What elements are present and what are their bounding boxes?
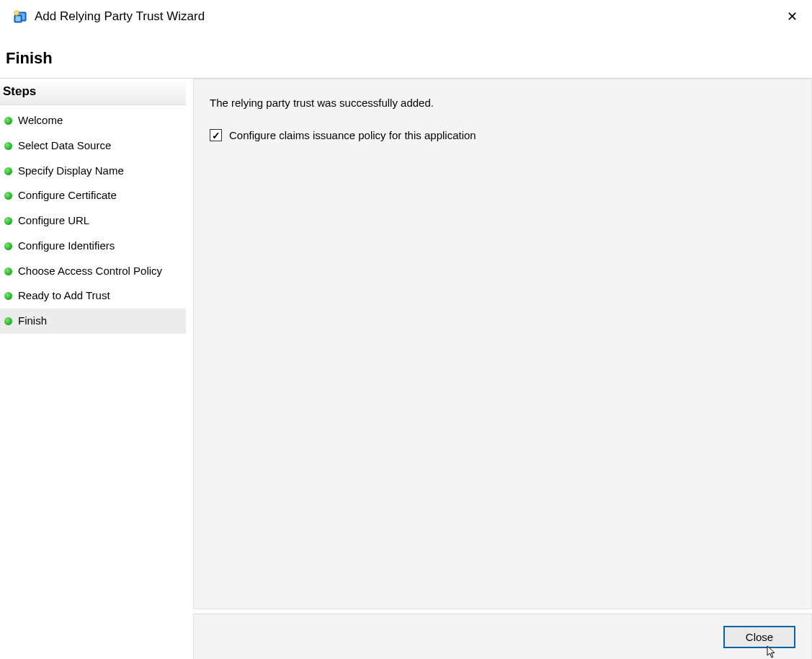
step-label: Select Data Source (18, 139, 111, 153)
configure-claims-checkbox[interactable]: ✓ Configure claims issuance policy for t… (210, 129, 795, 141)
relying-party-wizard-icon (13, 9, 27, 24)
step-configure-certificate[interactable]: Configure Certificate (0, 183, 186, 208)
wizard-window: Add Relying Party Trust Wizard ✕ Finish … (0, 0, 812, 659)
main-area: The relying party trust was successfully… (186, 79, 812, 659)
step-bullet-icon (4, 192, 12, 200)
window-title: Add Relying Party Trust Wizard (35, 9, 205, 24)
step-bullet-icon (4, 217, 12, 225)
button-bar: Close (193, 614, 812, 659)
steps-header: Steps (0, 79, 186, 105)
content-row: Steps Welcome Select Data Source Specify… (0, 79, 812, 659)
step-label: Ready to Add Trust (18, 289, 110, 303)
step-choose-access-control-policy[interactable]: Choose Access Control Policy (0, 259, 186, 284)
step-select-data-source[interactable]: Select Data Source (0, 133, 186, 159)
success-message: The relying party trust was successfully… (210, 97, 795, 109)
step-welcome[interactable]: Welcome (0, 108, 186, 133)
titlebar: Add Relying Party Trust Wizard ✕ (0, 0, 812, 29)
steps-list: Welcome Select Data Source Specify Displ… (0, 105, 186, 334)
step-label: Specify Display Name (18, 164, 124, 178)
step-label: Configure Identifiers (18, 239, 115, 253)
svg-rect-3 (16, 17, 21, 22)
step-bullet-icon (4, 167, 12, 175)
steps-sidebar: Steps Welcome Select Data Source Specify… (0, 79, 186, 659)
step-bullet-icon (4, 242, 12, 250)
step-label: Welcome (18, 114, 63, 128)
step-bullet-icon (4, 267, 12, 275)
page-heading: Finish (0, 29, 812, 78)
checkmark-icon: ✓ (212, 131, 220, 141)
svg-point-4 (14, 11, 19, 15)
step-ready-to-add-trust[interactable]: Ready to Add Trust (0, 283, 186, 309)
step-specify-display-name[interactable]: Specify Display Name (0, 159, 186, 184)
close-button[interactable]: Close (723, 626, 795, 648)
step-bullet-icon (4, 292, 12, 300)
titlebar-left: Add Relying Party Trust Wizard (13, 9, 205, 24)
step-bullet-icon (4, 117, 12, 125)
step-label: Configure Certificate (18, 189, 117, 203)
step-label: Configure URL (18, 214, 89, 228)
step-label: Choose Access Control Policy (18, 265, 162, 278)
step-bullet-icon (4, 317, 12, 325)
step-configure-identifiers[interactable]: Configure Identifiers (0, 234, 186, 259)
step-label: Finish (18, 314, 47, 328)
checkbox-label: Configure claims issuance policy for thi… (229, 129, 476, 141)
step-finish[interactable]: Finish (0, 309, 186, 334)
close-icon[interactable]: ✕ (780, 7, 805, 26)
step-bullet-icon (4, 142, 12, 150)
step-configure-url[interactable]: Configure URL (0, 208, 186, 234)
checkbox-icon: ✓ (210, 129, 222, 141)
main-panel: The relying party trust was successfully… (193, 79, 812, 609)
